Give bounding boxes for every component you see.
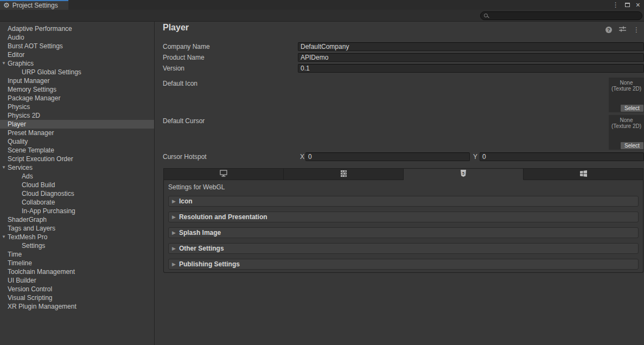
- default-icon-select-button[interactable]: Select: [621, 105, 643, 112]
- sidebar-item-cloud-build[interactable]: Cloud Build: [0, 181, 154, 189]
- close-icon[interactable]: ×: [636, 2, 640, 8]
- sidebar-item-timeline[interactable]: Timeline: [0, 259, 154, 267]
- sidebar-item-label: Timeline: [8, 259, 32, 267]
- platform-tab-desktop[interactable]: [164, 169, 284, 180]
- sidebar-item-scene-template[interactable]: Scene Template: [0, 146, 154, 155]
- sidebar-item-memory-settings[interactable]: Memory Settings: [0, 85, 154, 94]
- settings-sections: ▶Icon▶Resolution and Presentation▶Splash…: [164, 196, 643, 270]
- sidebar-item-quality[interactable]: Quality: [0, 137, 154, 146]
- platform-tab-webgl[interactable]: 5: [404, 169, 524, 180]
- sidebar-item-label: Audio: [8, 34, 24, 41]
- sidebar-item-xr-plugin-management[interactable]: XR Plugin Management: [0, 302, 154, 311]
- sidebar-item-label: Physics 2D: [8, 112, 40, 119]
- default-icon-well[interactable]: None (Texture 2D) Select: [609, 78, 644, 112]
- platform-tab-server[interactable]: [284, 169, 404, 180]
- sidebar-item-visual-scripting[interactable]: Visual Scripting: [0, 293, 154, 302]
- version-input[interactable]: [298, 64, 644, 73]
- sidebar-item-tags-and-layers[interactable]: Tags and Layers: [0, 224, 154, 233]
- section-label: Splash Image: [179, 228, 221, 238]
- sidebar-item-collaborate[interactable]: Collaborate: [0, 198, 154, 207]
- version-label: Version: [163, 64, 184, 73]
- sidebar-item-version-control[interactable]: Version Control: [0, 285, 154, 293]
- sidebar-item-cloud-diagnostics[interactable]: Cloud Diagnostics: [0, 189, 154, 198]
- sidebar-item-label: Preset Manager: [8, 129, 54, 137]
- sidebar-item-in-app-purchasing[interactable]: In-App Purchasing: [0, 207, 154, 215]
- default-cursor-select-button[interactable]: Select: [621, 142, 643, 149]
- hotspot-x-input[interactable]: [305, 152, 470, 161]
- sidebar-item-label: UI Builder: [8, 277, 36, 284]
- sidebar-item-label: Input Manager: [8, 77, 49, 85]
- section-splash-image[interactable]: ▶Splash Image: [168, 227, 639, 238]
- sidebar-item-script-execution-order[interactable]: Script Execution Order: [0, 155, 154, 163]
- window-tab[interactable]: ⚙ Project Settings: [0, 0, 68, 10]
- hotspot-x-label: X: [300, 152, 304, 161]
- platform-tab-strip: 5: [163, 168, 643, 180]
- default-icon-value: None (Texture 2D): [609, 78, 644, 92]
- section-resolution-and-presentation[interactable]: ▶Resolution and Presentation: [168, 212, 639, 222]
- sidebar-item-label: TextMesh Pro: [8, 233, 47, 241]
- sidebar-item-label: Physics: [8, 103, 30, 111]
- sidebar-item-input-manager[interactable]: Input Manager: [0, 76, 154, 85]
- settings-category-list: Adaptive PerformanceAudioBurst AOT Setti…: [0, 22, 155, 345]
- sidebar-item-label: In-App Purchasing: [22, 207, 75, 215]
- foldout-open-icon[interactable]: ▼: [2, 233, 6, 241]
- foldout-closed-icon: ▶: [172, 196, 176, 206]
- sidebar-item-label: Settings: [22, 242, 45, 250]
- sidebar-item-burst-aot-settings[interactable]: Burst AOT Settings: [0, 42, 154, 50]
- sidebar-item-label: Package Manager: [8, 94, 60, 102]
- sidebar-item-services[interactable]: ▼Services: [0, 163, 154, 172]
- sidebar-item-editor[interactable]: Editor: [0, 50, 154, 59]
- sidebar-item-physics-2d[interactable]: Physics 2D: [0, 111, 154, 120]
- company-name-label: Company Name: [163, 42, 210, 51]
- sidebar-item-graphics[interactable]: ▼Graphics: [0, 59, 154, 68]
- sidebar-item-label: Time: [8, 251, 22, 258]
- foldout-closed-icon: ▶: [172, 212, 176, 222]
- sidebar-item-label: ShaderGraph: [8, 216, 47, 223]
- sidebar-item-label: URP Global Settings: [22, 68, 81, 76]
- sidebar-item-physics[interactable]: Physics: [0, 103, 154, 111]
- search-box[interactable]: [480, 11, 642, 20]
- presets-icon[interactable]: [619, 26, 626, 34]
- sidebar-item-preset-manager[interactable]: Preset Manager: [0, 129, 154, 137]
- windows-icon: [580, 170, 587, 178]
- sidebar-item-adaptive-performance[interactable]: Adaptive Performance: [0, 24, 154, 33]
- sidebar-item-package-manager[interactable]: Package Manager: [0, 94, 154, 103]
- product-name-label: Product Name: [163, 53, 205, 62]
- company-name-input[interactable]: [298, 42, 644, 51]
- player-settings-panel: Player ? ⋮ Company NameProduct NameVersi…: [155, 22, 644, 345]
- sidebar-item-label: Collaborate: [22, 199, 55, 206]
- section-icon[interactable]: ▶Icon: [168, 196, 639, 207]
- window-menu-icon[interactable]: ⋮: [613, 2, 619, 8]
- sidebar-item-ui-builder[interactable]: UI Builder: [0, 276, 154, 285]
- help-icon[interactable]: ?: [605, 27, 612, 33]
- search-input[interactable]: [490, 12, 639, 20]
- foldout-open-icon[interactable]: ▼: [2, 163, 6, 172]
- sidebar-item-time[interactable]: Time: [0, 250, 154, 259]
- default-cursor-value: None (Texture 2D): [609, 115, 644, 129]
- section-label: Icon: [179, 196, 193, 206]
- sidebar-item-label: Burst AOT Settings: [8, 42, 63, 50]
- section-publishing-settings[interactable]: ▶Publishing Settings: [168, 259, 639, 270]
- foldout-open-icon[interactable]: ▼: [2, 59, 6, 68]
- section-other-settings[interactable]: ▶Other Settings: [168, 243, 639, 254]
- desktop-icon: [220, 170, 227, 178]
- maximize-icon[interactable]: [625, 3, 630, 7]
- webgl-icon: 5: [461, 170, 466, 178]
- sidebar-item-urp-global-settings[interactable]: URP Global Settings: [0, 68, 154, 76]
- sidebar-item-audio[interactable]: Audio: [0, 33, 154, 42]
- sidebar-item-label: Editor: [8, 51, 24, 59]
- default-cursor-well[interactable]: None (Texture 2D) Select: [609, 115, 644, 150]
- sidebar-item-ads[interactable]: Ads: [0, 172, 154, 181]
- sidebar-item-textmesh-pro[interactable]: ▼TextMesh Pro: [0, 233, 154, 241]
- server-icon: [340, 170, 347, 178]
- hotspot-y-input[interactable]: [480, 152, 644, 161]
- sidebar-item-settings[interactable]: Settings: [0, 241, 154, 250]
- sidebar-item-shadergraph[interactable]: ShaderGraph: [0, 215, 154, 224]
- sidebar-item-label: Adaptive Performance: [8, 25, 72, 33]
- product-name-input[interactable]: [298, 53, 644, 62]
- platform-tab-windows[interactable]: [524, 169, 643, 180]
- more-icon[interactable]: ⋮: [633, 27, 640, 33]
- sidebar-item-player[interactable]: Player: [0, 120, 154, 129]
- sidebar-item-label: Player: [8, 120, 26, 128]
- sidebar-item-toolchain-management[interactable]: Toolchain Management: [0, 267, 154, 276]
